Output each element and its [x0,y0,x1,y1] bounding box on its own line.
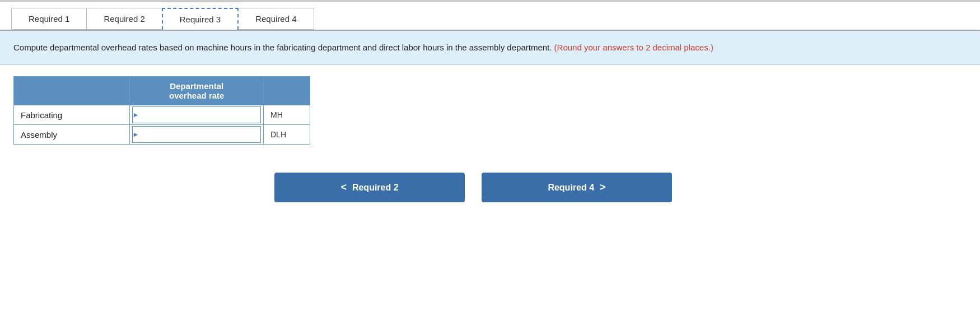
overhead-table: Departmental overhead rate Fabricating ►… [13,76,310,145]
fabricating-input[interactable] [132,106,261,123]
next-button-label: Required 4 [548,183,594,193]
fabricating-input-cell: ► [130,105,264,125]
table-row: Assembly ► DLH [14,125,310,145]
next-chevron-icon: > [600,182,606,193]
tab-required3[interactable]: Required 3 [162,8,239,30]
instruction-main-text2: assembly department. [469,43,552,52]
prev-button[interactable]: < Required 2 [274,173,465,202]
next-button[interactable]: Required 4 > [482,173,672,202]
table-header-col3 [264,77,310,105]
instruction-area: Compute departmental overhead rates base… [0,31,980,65]
header-line2: overhead rate [169,91,224,100]
tab-required3-label: Required 3 [180,15,221,24]
tab-required2[interactable]: Required 2 [86,8,162,30]
prev-button-label: Required 2 [352,183,399,193]
assembly-label: Assembly [14,125,130,145]
table-header-col1 [14,77,130,105]
header-line1: Departmental [170,81,223,91]
assembly-input[interactable] [132,126,261,143]
tab-required4[interactable]: Required 4 [238,8,314,30]
assembly-input-cell: ► [130,125,264,145]
tab-required1[interactable]: Required 1 [11,8,87,30]
table-header-col2: Departmental overhead rate [130,77,264,105]
assembly-unit: DLH [264,125,310,145]
fabricating-label: Fabricating [14,105,130,125]
tab-required2-label: Required 2 [104,14,144,24]
instruction-main-text: Compute departmental overhead rates base… [13,43,467,52]
table-wrapper: Departmental overhead rate Fabricating ►… [0,76,980,161]
prev-chevron-icon: < [340,182,347,193]
table-row: Fabricating ► MH [14,105,310,125]
button-row: < Required 2 Required 4 > [0,161,980,213]
fabricating-unit: MH [264,105,310,125]
tab-required4-label: Required 4 [255,14,296,24]
tab-required1-label: Required 1 [29,14,69,24]
tab-bar: Required 1 Required 2 Required 3 Require… [0,2,980,31]
instruction-round-note: (Round your answers to 2 decimal places.… [554,43,713,52]
